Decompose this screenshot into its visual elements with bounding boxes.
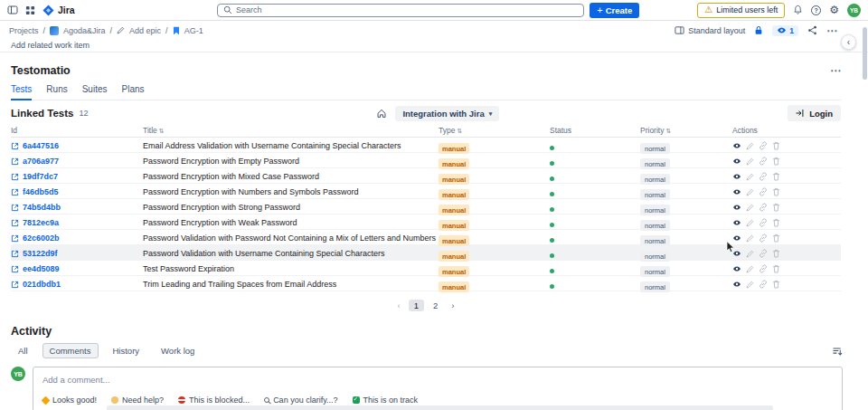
view-test-icon[interactable] (732, 219, 741, 226)
breadcrumb-projects[interactable]: Projects (9, 26, 39, 35)
watchers-button[interactable]: 1 (772, 25, 798, 36)
test-id-link[interactable]: ee4d5089 (23, 264, 60, 273)
table-row[interactable]: 53122d9f Password Validation with Userna… (11, 245, 841, 261)
tab-tests[interactable]: Tests (11, 84, 32, 100)
table-row[interactable]: 74b5d4bb Password Encryption with Strong… (11, 199, 841, 215)
edit-test-icon[interactable] (746, 204, 754, 212)
pagination-next-icon[interactable]: › (447, 300, 458, 311)
scrollbar-thumb[interactable] (863, 27, 867, 80)
tab-runs[interactable]: Runs (46, 84, 67, 100)
breadcrumb-project[interactable]: Agoda&Jira (63, 26, 106, 35)
settings-gear-icon[interactable]: ⚙ (829, 5, 839, 15)
view-test-icon[interactable] (732, 281, 741, 288)
test-id-link[interactable]: a706a977 (23, 157, 59, 166)
table-row[interactable]: 62c6002b Password Validation with Passwo… (11, 230, 841, 245)
quick-reply-chip[interactable]: Need help? (111, 396, 164, 405)
create-button[interactable]: + Create (590, 3, 639, 18)
view-test-icon[interactable] (732, 265, 741, 272)
unlink-test-icon[interactable] (759, 157, 768, 166)
unlink-test-icon[interactable] (759, 187, 768, 196)
col-header-priority[interactable]: Priority⇅ (640, 126, 732, 135)
view-test-icon[interactable] (732, 250, 741, 257)
delete-test-icon[interactable] (772, 157, 780, 166)
integration-dropdown[interactable]: Integration with Jira ▾ (395, 106, 499, 121)
pagination-page-2[interactable]: 2 (428, 300, 443, 311)
layout-switcher-button[interactable]: Standard layout (675, 25, 745, 35)
view-test-icon[interactable] (732, 157, 741, 165)
unlink-test-icon[interactable] (759, 234, 768, 243)
edit-test-icon[interactable] (746, 234, 754, 243)
delete-test-icon[interactable] (772, 249, 780, 258)
quick-reply-chip[interactable]: Can you clarify...? (264, 396, 337, 405)
table-row[interactable]: f46db5d5 Password Encryption with Number… (11, 184, 841, 199)
share-icon[interactable] (807, 25, 817, 35)
view-test-icon[interactable] (732, 204, 741, 211)
breadcrumb-issue-key[interactable]: AG-1 (184, 26, 203, 35)
test-id-link[interactable]: 7812ec9a (23, 218, 59, 227)
breadcrumb-add-epic[interactable]: Add epic (129, 26, 161, 35)
panel-collapse-button[interactable]: ‹ (841, 34, 856, 50)
view-test-icon[interactable] (732, 173, 741, 180)
sidebar-toggle-icon[interactable] (7, 5, 18, 15)
quick-reply-chip[interactable]: This is on track (353, 396, 419, 405)
activity-tab-history[interactable]: History (106, 343, 147, 358)
limited-users-button[interactable]: ⚠ Limited users left (697, 3, 785, 18)
delete-test-icon[interactable] (772, 280, 780, 289)
tab-plans[interactable]: Plans (122, 84, 145, 100)
test-id-link[interactable]: f46db5d5 (23, 187, 59, 196)
test-id-link[interactable]: 6a447516 (23, 141, 59, 150)
activity-tab-all[interactable]: All (11, 343, 35, 358)
app-switcher-icon[interactable] (25, 5, 35, 15)
table-row[interactable]: 19df7dc7 Password Encryption with Mixed … (11, 168, 841, 184)
delete-test-icon[interactable] (772, 264, 780, 273)
table-row[interactable]: a706a977 Password Encryption with Empty … (11, 153, 841, 168)
activity-tab-comments[interactable]: Comments (42, 343, 99, 358)
delete-test-icon[interactable] (772, 187, 780, 196)
tab-suites[interactable]: Suites (82, 84, 108, 100)
unlink-test-icon[interactable] (759, 264, 768, 273)
activity-tab-worklog[interactable]: Work log (154, 343, 202, 358)
home-icon[interactable] (376, 108, 387, 119)
view-test-icon[interactable] (732, 142, 741, 149)
login-button[interactable]: Login (788, 105, 841, 121)
edit-test-icon[interactable] (746, 157, 754, 166)
test-id-link[interactable]: 62c6002b (23, 234, 60, 243)
add-related-work-item-button[interactable]: Add related work item (0, 40, 868, 52)
jira-logo[interactable]: Jira (42, 5, 75, 16)
table-row[interactable]: ee4d5089 Test Password Expiration manual… (11, 261, 841, 276)
table-row[interactable]: 7812ec9a Password Encryption with Weak P… (11, 215, 841, 230)
test-id-link[interactable]: 74b5d4bb (23, 203, 61, 212)
delete-test-icon[interactable] (772, 218, 780, 227)
testomatio-more-icon[interactable]: ⋯ (830, 65, 841, 76)
edit-test-icon[interactable] (746, 265, 754, 273)
delete-test-icon[interactable] (772, 172, 780, 181)
quick-reply-chip[interactable]: Looks good! (42, 396, 97, 405)
search-input[interactable] (236, 5, 578, 14)
pagination-page-1[interactable]: 1 (409, 300, 424, 311)
search-box[interactable] (217, 4, 584, 17)
table-row[interactable]: 021dbdb1 Trim Leading and Trailing Space… (11, 276, 841, 291)
view-test-icon[interactable] (732, 188, 741, 195)
unlink-test-icon[interactable] (759, 172, 768, 181)
test-id-link[interactable]: 021dbdb1 (23, 280, 61, 289)
unlink-test-icon[interactable] (759, 141, 768, 150)
table-row[interactable]: 6a447516 Email Address Validation with U… (11, 138, 841, 153)
edit-test-icon[interactable] (746, 219, 754, 227)
delete-test-icon[interactable] (772, 141, 780, 150)
view-test-icon[interactable] (732, 234, 741, 242)
unlink-test-icon[interactable] (759, 203, 768, 212)
activity-sort-icon[interactable] (832, 346, 843, 357)
notifications-bell-icon[interactable] (793, 5, 803, 15)
edit-test-icon[interactable] (746, 173, 754, 181)
unlink-test-icon[interactable] (759, 280, 768, 289)
edit-test-icon[interactable] (746, 142, 754, 150)
col-header-title[interactable]: Title⇅ (143, 126, 439, 135)
col-header-type[interactable]: Type⇅ (439, 126, 550, 135)
delete-test-icon[interactable] (772, 203, 780, 212)
unlink-test-icon[interactable] (759, 218, 768, 227)
comment-input[interactable]: Add a comment... Looks good!Need help?Th… (33, 367, 843, 410)
edit-test-icon[interactable] (746, 250, 754, 258)
edit-test-icon[interactable] (746, 281, 754, 289)
help-icon[interactable]: ? (811, 5, 821, 15)
unlink-test-icon[interactable] (759, 249, 768, 258)
